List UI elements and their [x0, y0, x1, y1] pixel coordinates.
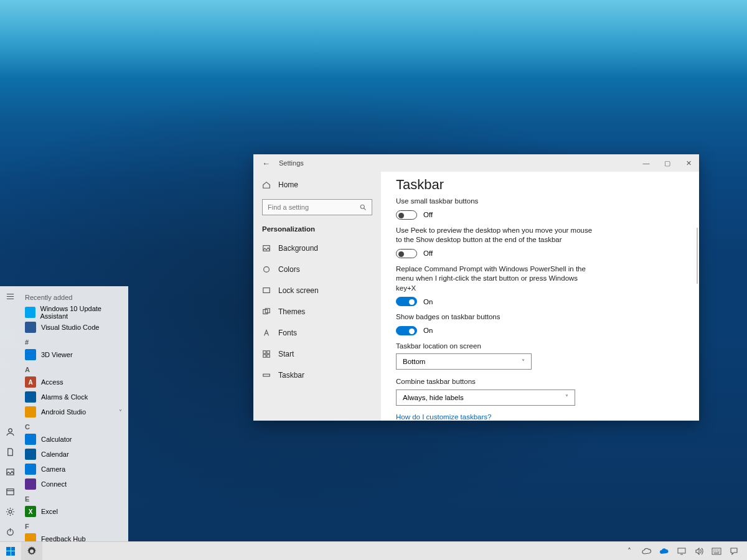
app-label: Camera	[41, 465, 65, 473]
svg-rect-12	[267, 351, 270, 353]
taskbar: ˄	[0, 541, 747, 560]
start-power-button[interactable]	[0, 521, 20, 541]
option-small-buttons-label: Use small taskbar buttons	[396, 197, 595, 207]
app-label: Calculator	[41, 436, 72, 443]
dropdown-location[interactable]: Bottom˅	[396, 353, 532, 370]
settings-sidebar: Home Find a setting Personalization Back…	[253, 172, 381, 421]
start-settings-button[interactable]	[0, 502, 20, 521]
toggle-small-buttons[interactable]	[396, 210, 417, 220]
svg-rect-14	[267, 355, 270, 357]
start-item-connect[interactable]: Connect	[22, 477, 126, 492]
toggle-badges[interactable]	[396, 326, 417, 335]
app-label: Windows 10 Update Assistant	[40, 305, 123, 320]
app-icon	[25, 391, 36, 403]
settings-content: Taskbar Use small taskbar buttons Off Us…	[381, 172, 699, 421]
search-placeholder: Find a setting	[268, 203, 309, 211]
start-pictures-button[interactable]	[0, 462, 20, 482]
start-letter-hash[interactable]: #	[22, 335, 126, 347]
start-movies-button[interactable]	[0, 482, 20, 502]
toggle-peek[interactable]	[396, 249, 417, 258]
tray-keyboard-icon[interactable]	[708, 542, 725, 561]
maximize-button[interactable]: ▢	[657, 154, 678, 172]
svg-point-0	[8, 428, 12, 432]
toggle-state: Off	[423, 211, 433, 218]
app-icon: A	[25, 376, 36, 388]
svg-rect-11	[263, 351, 266, 353]
cloud-icon	[642, 548, 652, 554]
start-item-alarms[interactable]: Alarms & Clock	[22, 390, 126, 404]
page-title: Taskbar	[396, 177, 684, 193]
start-item-vscode[interactable]: Visual Studio Code	[22, 320, 126, 335]
sidebar-label: Home	[278, 180, 298, 189]
sidebar-home[interactable]: Home	[262, 175, 372, 194]
start-item-calculator[interactable]: Calculator	[22, 432, 126, 447]
gear-icon	[27, 546, 37, 556]
app-icon: X	[25, 506, 36, 517]
app-label: Access	[41, 378, 63, 386]
start-item-3dviewer[interactable]: 3D Viewer	[22, 347, 126, 362]
sidebar-start[interactable]: Start	[262, 345, 372, 363]
tray-action-center-icon[interactable]	[726, 542, 742, 561]
start-app-list[interactable]: Recently added Windows 10 Update Assista…	[20, 286, 128, 541]
start-item-android-studio[interactable]: Android Studio˅	[22, 404, 126, 419]
start-item-excel[interactable]: XExcel	[22, 504, 126, 519]
chevron-up-icon: ˄	[627, 547, 631, 556]
tray-overflow-button[interactable]: ˄	[621, 542, 637, 561]
tray-onedrive-icon[interactable]	[639, 542, 655, 561]
start-button[interactable]	[0, 542, 21, 561]
start-letter-c[interactable]: C	[22, 419, 126, 432]
start-menu: Recently added Windows 10 Update Assista…	[0, 286, 128, 541]
sidebar-colors[interactable]: Colors	[262, 260, 372, 279]
sidebar-background[interactable]: Background	[262, 239, 372, 258]
app-icon	[25, 478, 36, 490]
minimize-button[interactable]: —	[636, 154, 657, 172]
start-item-access[interactable]: AAccess	[22, 375, 126, 390]
close-button[interactable]: ✕	[678, 154, 699, 172]
svg-rect-17	[712, 548, 721, 554]
start-item-camera[interactable]: Camera	[22, 462, 126, 477]
start-user-button[interactable]	[0, 422, 20, 442]
settings-window: ← Settings — ▢ ✕ Home Find a setting Per…	[253, 154, 699, 421]
tray-update-icon[interactable]	[674, 542, 690, 561]
start-letter-f[interactable]: F	[22, 519, 126, 531]
titlebar[interactable]: ← Settings — ▢ ✕	[253, 154, 699, 172]
taskbar-settings-button[interactable]	[21, 542, 42, 561]
tray-volume-icon[interactable]	[691, 542, 707, 561]
app-icon	[25, 322, 36, 333]
svg-point-3	[9, 510, 12, 513]
tray-onedrive-blue-icon[interactable]	[656, 542, 672, 561]
start-rail	[0, 286, 20, 541]
app-icon	[25, 349, 36, 360]
location-label: Taskbar location on screen	[396, 342, 595, 352]
app-label: Visual Studio Code	[41, 324, 99, 331]
chevron-down-icon: ˅	[522, 358, 525, 365]
notification-icon	[730, 547, 738, 556]
option-powershell-label: Replace Command Prompt with Windows Powe…	[396, 264, 595, 294]
start-expand-button[interactable]	[0, 286, 20, 306]
sidebar-taskbar[interactable]: Taskbar	[262, 366, 372, 385]
search-icon	[359, 203, 367, 211]
start-documents-button[interactable]	[0, 442, 20, 462]
windows-logo-icon	[6, 547, 15, 556]
scrollbar[interactable]	[697, 228, 698, 284]
dropdown-combine[interactable]: Always, hide labels˅	[396, 390, 575, 406]
sidebar-themes[interactable]: Themes	[262, 302, 372, 321]
start-item-update-assistant[interactable]: Windows 10 Update Assistant	[22, 305, 126, 320]
start-letter-e[interactable]: E	[22, 492, 126, 504]
settings-search-input[interactable]: Find a setting	[262, 199, 372, 215]
app-icon	[25, 449, 36, 460]
sidebar-fonts[interactable]: Fonts	[262, 324, 372, 342]
back-button[interactable]: ←	[262, 159, 270, 168]
sidebar-lockscreen[interactable]: Lock screen	[262, 281, 372, 300]
start-letter-a[interactable]: A	[22, 362, 126, 375]
toggle-powershell[interactable]	[396, 297, 417, 306]
app-icon	[25, 307, 35, 318]
cloud-icon	[659, 548, 669, 554]
start-heading-recent: Recently added	[22, 292, 126, 305]
app-icon	[25, 434, 36, 445]
option-badges-label: Show badges on taskbar buttons	[396, 312, 595, 322]
svg-point-5	[360, 205, 364, 208]
start-item-calendar[interactable]: Calendar	[22, 447, 126, 462]
help-link[interactable]: How do I customize taskbars?	[396, 413, 684, 421]
start-item-feedback-hub[interactable]: Feedback Hub	[22, 531, 126, 541]
